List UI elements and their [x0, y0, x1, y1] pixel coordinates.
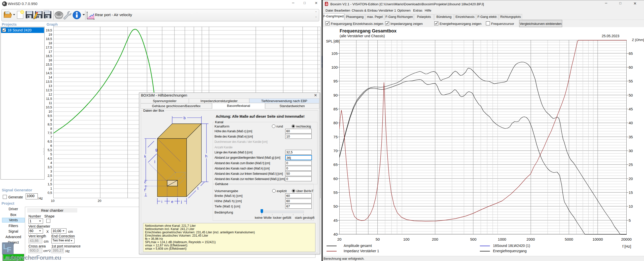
svg-text:i: i	[161, 199, 162, 204]
svg-text:l: l	[154, 160, 155, 164]
svg-text:j: j	[181, 199, 182, 204]
svg-text:t: t	[197, 186, 199, 190]
svg-text:g: g	[155, 147, 157, 152]
svg-text:c: c	[144, 180, 146, 184]
svg-text:e: e	[171, 199, 173, 204]
svg-text:f: f	[144, 188, 146, 192]
svg-text:h: h	[205, 154, 207, 158]
svg-text:k: k	[144, 154, 146, 158]
svg-text:b: b	[184, 116, 186, 120]
